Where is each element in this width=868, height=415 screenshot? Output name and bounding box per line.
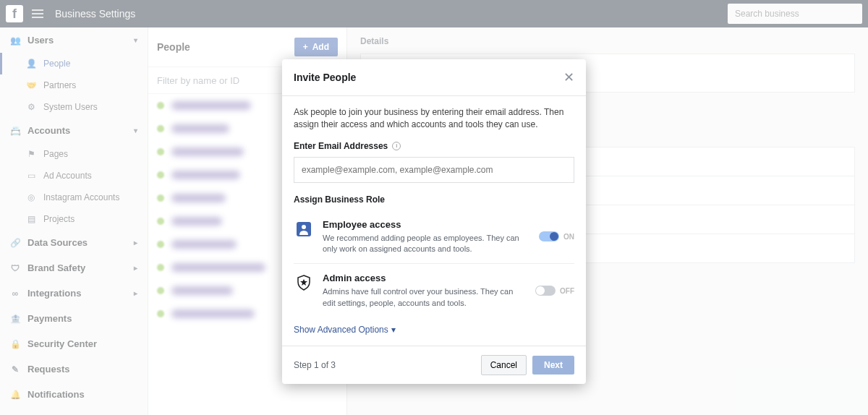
step-indicator: Step 1 of 3 [294,360,336,370]
close-icon[interactable]: ✕ [563,69,574,85]
role-title: Admin access [323,273,527,283]
email-input[interactable] [294,157,574,183]
toggle-state: OFF [560,287,574,295]
info-icon[interactable]: i [392,142,401,150]
cancel-button[interactable]: Cancel [481,355,527,375]
role-title: Employee access [323,219,530,230]
role-toggle[interactable] [535,286,556,296]
role-toggle[interactable] [539,231,559,241]
chevron-down-icon: ▾ [391,325,396,335]
role-option-employee: Employee accessWe recommend adding peopl… [294,210,574,265]
toggle-state: ON [563,233,574,241]
admin-shield-icon [295,274,312,291]
modal-title: Invite People [294,72,356,83]
employee-icon [295,221,312,238]
modal-description: Ask people to join your business by ente… [294,106,574,131]
email-label: Enter Email Addressesi [294,141,574,151]
show-advanced-link[interactable]: Show Advanced Options▾ [294,325,396,335]
next-button[interactable]: Next [532,356,574,375]
role-desc: Admins have full control over your busin… [323,286,527,309]
svg-point-1 [302,225,306,229]
invite-people-modal: Invite People ✕ Ask people to join your … [282,59,586,384]
role-option-admin: Admin accessAdmins have full control ove… [294,264,574,317]
assign-role-label: Assign Business Role [294,194,574,205]
modal-overlay: Invite People ✕ Ask people to join your … [0,0,868,415]
role-desc: We recommend adding people as employees.… [323,233,530,255]
